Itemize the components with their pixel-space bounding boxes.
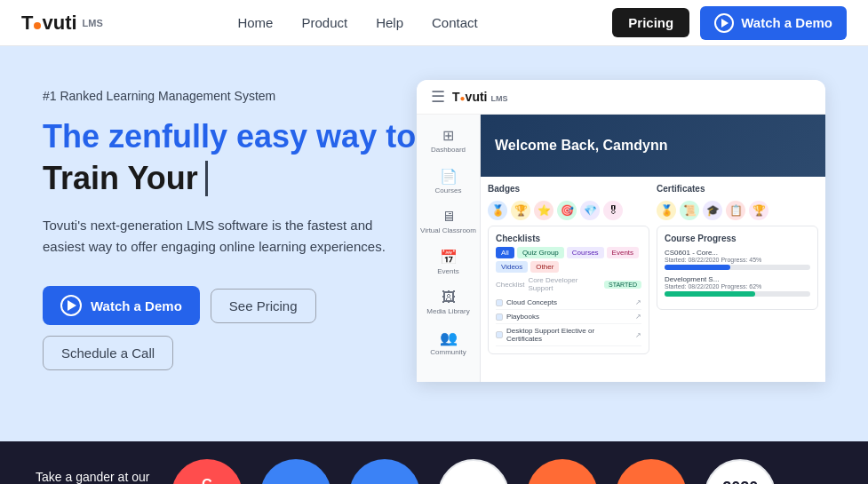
checkbox-3: [496, 331, 503, 338]
ss-logo: T●vuti LMS: [452, 90, 507, 104]
course-bar-2: [665, 291, 755, 297]
play-triangle-hero: [68, 300, 76, 311]
text-cursor: [205, 161, 208, 196]
courses-icon: 📄: [440, 168, 458, 185]
ss-badges-list: 🏅 🏆 ⭐ 🎯 💎 🎖: [488, 201, 649, 220]
award-badge-users-love: Users Love Us: [438, 459, 509, 484]
play-icon-nav: [714, 13, 734, 33]
filter-other: Other: [530, 261, 559, 273]
cert-1: 🏅: [657, 201, 676, 220]
ss-course-progress-card: Course Progress CS0601 - Core... Started…: [657, 226, 818, 310]
award-badge-2020: 2020 BEST PLACES TO WORK IN IDAHO: [705, 459, 776, 484]
cert-5: 🏆: [749, 201, 768, 220]
search-label: Checklist: [496, 281, 524, 289]
ss-list-item-3: Desktop Support Elective or Certificates…: [496, 324, 641, 346]
checkbox-1: [496, 299, 503, 306]
award-capterra-bv: ⭐⭐⭐⭐⭐ Capterra BEST VALUE: [260, 459, 331, 484]
award-2020: 2020 BEST PLACES TO WORK IN IDAHO: [705, 459, 776, 484]
screenshot-sidebar: ⊞ Dashboard 📄 Courses 🖥 Virtual Classroo…: [417, 115, 481, 382]
awards-badges: G High Performer Enterprise Fall 2020 ⭐⭐…: [171, 459, 776, 484]
awards-bar: Take a gander at our achievements, we're…: [0, 441, 868, 484]
arrow-2: ↗: [635, 313, 641, 321]
watch-demo-hero-button[interactable]: Watch a Demo: [43, 286, 200, 325]
community-icon: 👥: [440, 329, 458, 346]
dashboard-icon: ⊞: [442, 127, 454, 144]
award-badge-capterra-be: ⭐⭐⭐⭐⭐ Capterra BEST EASE OF USE: [349, 459, 420, 484]
nav-links: Home Product Help Contact: [237, 15, 477, 30]
course-bar-1: [665, 265, 730, 270]
course-meta-2: Started: 08/22/2020 Progress: 62%: [665, 283, 810, 290]
see-pricing-button[interactable]: See Pricing: [211, 289, 316, 323]
ss-welcome-banner: Welcome Back, Camdynn: [481, 115, 825, 177]
filter-all: All: [496, 247, 514, 258]
ss-right-column: Certificates 🏅 📜 🎓 📋 🏆 Course Progress: [657, 184, 818, 375]
screenshot-main: Welcome Back, Camdynn Badges 🏅 🏆 ⭐ 🎯: [481, 115, 825, 382]
award-most-recommended: Software Advice MOST RECOMMENDED 2020: [616, 459, 687, 484]
ss-logo-lms: LMS: [490, 94, 507, 103]
filter-courses: Courses: [567, 247, 604, 258]
logo-dot: [34, 22, 41, 29]
nav-product[interactable]: Product: [301, 15, 347, 30]
award-badge-capterra-bv: ⭐⭐⭐⭐⭐ Capterra BEST VALUE: [260, 459, 331, 484]
menu-icon: ☰: [431, 87, 445, 107]
ss-search-value: Core Developer Support: [528, 276, 601, 292]
ss-course-1: CS0601 - Core... Started: 08/22/2020 Pro…: [665, 249, 810, 270]
schedule-call-button[interactable]: Schedule a Call: [43, 336, 173, 370]
nav-home[interactable]: Home: [237, 15, 273, 30]
virtual-classroom-icon: 🖥: [442, 209, 456, 225]
course-meta-1: Started: 08/22/2020 Progress: 45%: [665, 257, 810, 263]
ss-content-area: Badges 🏅 🏆 ⭐ 🎯 💎 🎖 Chec: [481, 177, 825, 382]
nav-contact[interactable]: Contact: [432, 15, 478, 30]
logo[interactable]: Tvuti LMS: [21, 12, 103, 35]
ss-filters: All Quiz Group Courses Events Videos Oth…: [496, 247, 641, 273]
app-screenshot: ☰ T●vuti LMS ⊞ Dashboard 📄 Courses: [417, 80, 825, 382]
play-icon-hero: [60, 295, 82, 316]
hero-heading-black: Train Your: [43, 159, 417, 197]
ss-nav-dashboard: ⊞ Dashboard: [417, 122, 480, 159]
item-text-1: Cloud Concepts: [506, 298, 557, 306]
ss-badges-title: Badges: [488, 184, 649, 194]
ss-search-row: Checklist Core Developer Support STARTED: [496, 276, 641, 292]
navbar: Tvuti LMS Home Product Help Contact Pric…: [0, 0, 868, 46]
course-bar-bg-2: [665, 291, 810, 297]
ss-nav-media: 🖼 Media Library: [417, 284, 480, 321]
awards-text: Take a gander at our achievements, we're…: [36, 469, 171, 484]
item-text-2: Playbooks: [506, 313, 539, 321]
checkbox-2: [496, 313, 503, 321]
logo-text: Tvuti: [21, 12, 77, 35]
screenshot-window: ☰ T●vuti LMS ⊞ Dashboard 📄 Courses: [417, 80, 825, 382]
item-text-3: Desktop Support Elective or Certificates: [506, 327, 632, 343]
arrow-1: ↗: [635, 298, 641, 306]
nav-actions: Pricing Watch a Demo: [612, 6, 847, 40]
logo-lms: LMS: [83, 18, 103, 28]
nav-help[interactable]: Help: [376, 15, 403, 30]
award-badge-front-runners: Software Advice FRONT RUNNERS 2020: [527, 459, 598, 484]
ss-checklists-title: Checklists: [496, 234, 641, 243]
award-badge-most-rec: Software Advice MOST RECOMMENDED 2020: [616, 459, 687, 484]
course-bar-bg-1: [665, 265, 810, 270]
cert-3: 🎓: [703, 201, 722, 220]
hero-badge: #1 Ranked Learning Management System: [43, 89, 417, 103]
pricing-button[interactable]: Pricing: [612, 8, 689, 37]
hero-cta: Watch a Demo See Pricing Schedule a Call: [43, 286, 417, 370]
award-users-love: Users Love Us: [438, 459, 509, 484]
hero-description: Tovuti's next-generation LMS software is…: [43, 215, 417, 258]
filter-events: Events: [607, 247, 639, 258]
arrow-3: ↗: [635, 331, 641, 339]
award-g2: G High Performer Enterprise Fall 2020: [171, 459, 243, 484]
award-badge-g2: G High Performer Enterprise Fall 2020: [171, 459, 243, 484]
hero-content: #1 Ranked Learning Management System The…: [43, 89, 417, 441]
ss-nav-community: 👥 Community: [417, 324, 480, 361]
course-name-2: Development S...: [665, 275, 810, 283]
media-library-icon: 🖼: [442, 290, 456, 305]
hero-section: #1 Ranked Learning Management System The…: [0, 46, 868, 441]
ss-status-tag: STARTED: [604, 281, 641, 289]
cert-2: 📜: [680, 201, 699, 220]
watch-demo-nav-button[interactable]: Watch a Demo: [700, 6, 847, 40]
ss-nav-courses: 📄 Courses: [417, 163, 480, 200]
ss-progress-title: Course Progress: [665, 234, 810, 243]
filter-quiz: Quiz Group: [517, 247, 564, 258]
ss-certificates-list: 🏅 📜 🎓 📋 🏆: [657, 201, 818, 220]
award-capterra-be: ⭐⭐⭐⭐⭐ Capterra BEST EASE OF USE: [349, 459, 420, 484]
course-name-1: CS0601 - Core...: [665, 249, 810, 257]
